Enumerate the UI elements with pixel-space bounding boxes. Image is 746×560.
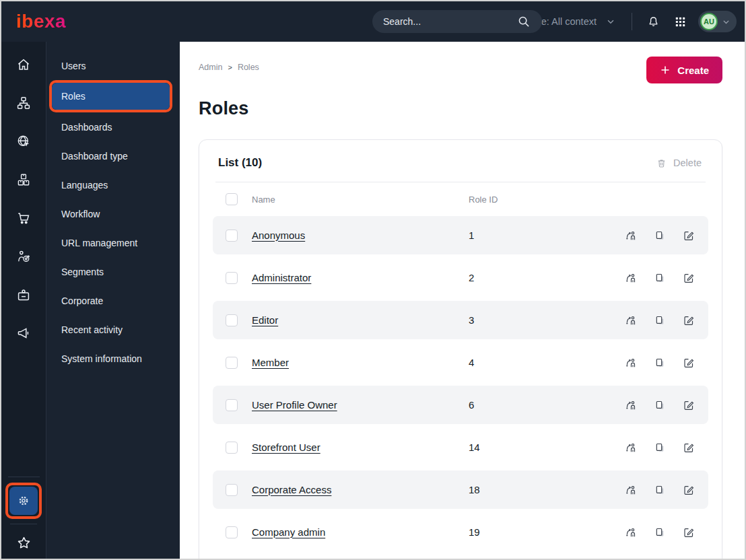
copy-icon[interactable] (653, 483, 667, 497)
edit-icon[interactable] (682, 398, 696, 412)
sidebar-item-workflow[interactable]: Workflow (46, 199, 180, 228)
row-checkbox[interactable] (226, 526, 238, 538)
copy-icon[interactable] (653, 526, 667, 539)
breadcrumb-separator: > (228, 63, 232, 71)
create-button-label: Create (677, 65, 709, 76)
admin-sidebar: Users Roles Dashboards Dashboard type La… (46, 42, 180, 559)
page-title: Roles (199, 98, 722, 119)
ibexa-logo[interactable]: ibexa (16, 11, 66, 32)
delete-button-label: Delete (673, 158, 702, 168)
sidebar-item-roles[interactable]: Roles (52, 83, 170, 110)
role-name-link[interactable]: Administrator (252, 272, 311, 283)
list-title: List (10) (218, 156, 262, 170)
copy-icon[interactable] (653, 398, 667, 412)
role-name-link[interactable]: Editor (252, 314, 278, 326)
row-checkbox[interactable] (226, 314, 238, 326)
rail-divider (10, 524, 37, 524)
table-row: Anonymous 1 (213, 216, 708, 254)
marketing-megaphone-icon[interactable] (10, 320, 37, 347)
role-name-link[interactable]: User Profile Owner (252, 399, 337, 411)
edit-icon[interactable] (682, 356, 696, 370)
sidebar-item-url-management[interactable]: URL management (46, 228, 180, 257)
assign-user-icon[interactable] (624, 526, 638, 539)
row-checkbox[interactable] (226, 357, 238, 369)
sidebar-item-languages[interactable]: Languages (46, 170, 180, 199)
home-icon[interactable] (10, 51, 37, 78)
rail-divider (8, 477, 40, 477)
table-header: Name Role ID (213, 182, 708, 216)
commerce-cart-icon[interactable] (10, 205, 37, 232)
column-header-role-id: Role ID (469, 195, 696, 205)
copy-icon[interactable] (653, 229, 667, 242)
avatar: AU (700, 13, 718, 30)
bell-icon[interactable] (644, 13, 662, 30)
assign-user-icon[interactable] (624, 314, 638, 327)
row-checkbox[interactable] (226, 484, 238, 496)
bookmarks-star-icon[interactable] (10, 529, 37, 556)
global-search (372, 10, 542, 33)
copy-icon[interactable] (653, 314, 667, 327)
edit-icon[interactable] (682, 271, 696, 285)
breadcrumb-link-admin[interactable]: Admin (199, 63, 222, 72)
assign-user-icon[interactable] (624, 271, 638, 285)
table-row: Storefront User 14 (213, 428, 708, 466)
copy-icon[interactable] (653, 356, 667, 370)
breadcrumb-current: Roles (238, 63, 259, 72)
role-name-link[interactable]: Corporate Access (252, 484, 331, 495)
grid-icon[interactable] (671, 13, 689, 30)
table-row: Editor 3 (213, 301, 708, 339)
personalization-target-icon[interactable] (10, 243, 37, 270)
assign-user-icon[interactable] (624, 398, 638, 412)
row-checkbox[interactable] (226, 442, 238, 454)
assign-user-icon[interactable] (624, 483, 638, 497)
sidebar-item-users[interactable]: Users (46, 51, 180, 80)
role-name-link[interactable]: Storefront User (252, 442, 320, 453)
sidebar-item-corporate[interactable]: Corporate (46, 286, 180, 315)
assign-user-icon[interactable] (624, 356, 638, 370)
role-name-link[interactable]: Anonymous (252, 230, 305, 241)
sidebar-item-dashboard-type[interactable]: Dashboard type (46, 141, 180, 170)
chevron-down-icon (602, 13, 619, 30)
row-checkbox[interactable] (226, 230, 238, 242)
sidebar-item-recent-activity[interactable]: Recent activity (46, 315, 180, 344)
role-id: 6 (469, 399, 624, 411)
search-input[interactable] (382, 15, 515, 28)
site-globe-icon[interactable] (10, 128, 37, 155)
settings-gear-icon[interactable] (9, 487, 38, 515)
annotation-highlight: Roles (49, 80, 172, 112)
table-row: Corporate Access 18 (213, 470, 708, 509)
table-row: Administrator 2 (213, 258, 708, 297)
role-id: 18 (469, 484, 624, 495)
select-all-checkbox[interactable] (226, 193, 238, 205)
sidebar-item-segments[interactable]: Segments (46, 257, 180, 286)
edit-icon[interactable] (682, 314, 696, 327)
trash-icon (656, 158, 667, 169)
role-id: 19 (469, 526, 624, 538)
plus-icon (660, 65, 671, 75)
edit-icon[interactable] (682, 483, 696, 497)
role-id: 1 (469, 230, 624, 241)
chevron-down-icon (720, 13, 731, 30)
sidebar-item-system-information[interactable]: System information (46, 344, 180, 373)
corporate-badge-icon[interactable] (10, 281, 37, 308)
search-icon[interactable] (515, 13, 533, 30)
row-checkbox[interactable] (226, 399, 238, 411)
content-tree-icon[interactable] (10, 90, 37, 116)
copy-icon[interactable] (653, 441, 667, 454)
delete-button[interactable]: Delete (652, 157, 706, 170)
row-checkbox[interactable] (226, 272, 238, 284)
assign-user-icon[interactable] (624, 441, 638, 454)
assign-user-icon[interactable] (624, 229, 638, 242)
role-name-link[interactable]: Member (252, 357, 289, 368)
sidebar-item-dashboards[interactable]: Dashboards (46, 112, 180, 141)
product-boxes-icon[interactable] (10, 166, 37, 193)
role-name-link[interactable]: Company admin (252, 526, 325, 538)
copy-icon[interactable] (653, 271, 667, 285)
role-id: 14 (469, 442, 624, 453)
edit-icon[interactable] (682, 441, 696, 454)
edit-icon[interactable] (682, 229, 696, 242)
table-row: User Profile Owner 6 (213, 386, 708, 424)
create-button[interactable]: Create (646, 57, 722, 83)
user-menu[interactable]: AU (698, 11, 737, 32)
edit-icon[interactable] (682, 526, 696, 539)
